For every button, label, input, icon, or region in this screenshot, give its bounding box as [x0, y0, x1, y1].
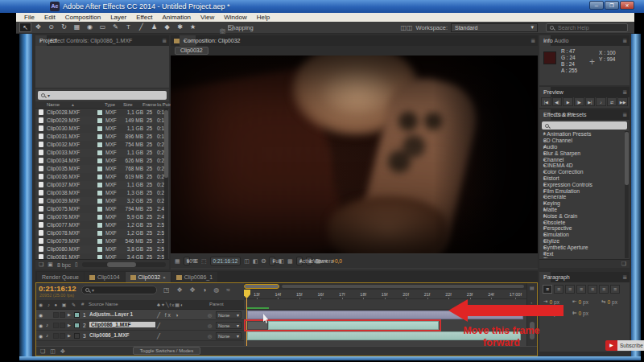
timeline-search-box[interactable]: ▾ [81, 286, 157, 294]
menu-item[interactable]: Composition [60, 14, 105, 21]
table-row[interactable]: Clip0030.MXF MXF 1,1 GB 25 0:18 [35, 125, 169, 133]
tool-button[interactable]: ↖ [19, 23, 31, 32]
menu-item[interactable]: Edit [39, 14, 60, 21]
project-scrollbar[interactable] [164, 109, 168, 259]
effects-category[interactable]: ▶ Generate [540, 194, 624, 200]
parent-pickwhip-icon[interactable]: ◎ [208, 323, 212, 328]
effects-category[interactable]: ▶ Text [540, 250, 624, 257]
show-snapshot-icon[interactable]: ◧ [253, 258, 258, 265]
menu-item[interactable]: Effect [131, 14, 157, 21]
effects-category[interactable]: ▶ 3D Channel [540, 138, 624, 144]
timeline-tab[interactable]: Render Queue × [37, 272, 84, 282]
indent-value[interactable]: 0 [607, 299, 610, 305]
effects-category[interactable]: ▶ Perspective [540, 225, 624, 232]
layer-switches[interactable]: ╱ fx ◑ [157, 312, 205, 319]
panel-menu-icon[interactable]: ≣ [530, 38, 538, 44]
table-row[interactable]: Clip0079.MXF MXF 546 MB 25 2:53 [35, 237, 169, 245]
lock-cell[interactable] [60, 323, 65, 328]
snapshot-icon[interactable]: ◫ [244, 258, 250, 265]
indent-value[interactable]: 0 [578, 311, 581, 316]
transport-button[interactable]: ▶ [563, 97, 573, 106]
tab-effect-controls[interactable]: Effect Controls: Clip0086_1.MXF [47, 35, 137, 46]
expand-inout-pane-icon[interactable]: ◫ [50, 348, 56, 355]
timeline-navigator-track[interactable] [282, 285, 524, 288]
panel-menu-icon[interactable]: ≣ [622, 274, 630, 281]
menu-item[interactable]: Layer [105, 14, 131, 21]
effects-category[interactable]: ▶ Time [540, 257, 624, 258]
motion-blur-icon[interactable]: ◍ [213, 286, 219, 294]
align-button[interactable]: ≡ [554, 285, 564, 294]
panel-menu-icon[interactable]: ≣ [622, 89, 630, 96]
effects-scrollbar[interactable] [625, 131, 629, 258]
workspace-select[interactable]: Standard ▾ [451, 23, 538, 32]
indent-field[interactable]: ⇇ 0 px [572, 310, 595, 316]
table-row[interactable]: Clip0076.MXF MXF 5,9 GB 25 2:49 [35, 213, 169, 221]
tab-project[interactable]: Project × [35, 35, 47, 46]
transport-button[interactable]: ⇄ [607, 97, 617, 106]
timeline-layer-row[interactable]: ◉ ▶ 1 Adjustm...Layer 1 ╱ fx ◑ ◎ None ▾ [36, 310, 244, 320]
table-row[interactable]: Clip0080.MXF MXF 3,8 GB 25 2:54 [35, 245, 169, 253]
time-ruler[interactable]: 13f14f15f16f17f18f19f20f21f22f23f24f17:0… [244, 290, 526, 299]
tab-preview[interactable]: Preview × [539, 87, 551, 97]
layer-name[interactable]: Adjustm...Layer 1 [89, 311, 155, 317]
indent-value[interactable]: 0 [578, 299, 581, 305]
tab-paragraph[interactable]: Paragraph × [539, 272, 551, 282]
tool-button[interactable]: ◉ [84, 23, 96, 32]
table-row[interactable]: Clip0032.MXF MXF 754 MB 25 0:20 [35, 141, 169, 149]
layer-name[interactable]: Clip0086_1.MXF [89, 332, 155, 338]
parent-pickwhip-icon[interactable]: ◎ [208, 312, 212, 318]
current-time-display[interactable]: 0:21:16:12 [39, 284, 76, 293]
effects-category[interactable]: ▶ Color Correction [540, 169, 624, 175]
effects-category[interactable]: ▶ Blur & Sharpen [540, 150, 624, 156]
effects-category[interactable]: ▶ Obsolete [540, 219, 624, 225]
table-row[interactable]: Clip0077.MXF MXF 1,2 GB 25 2:52 [35, 221, 169, 229]
draft-3d-icon[interactable]: ❖ [177, 286, 183, 294]
panel-menu-icon[interactable]: ≣ [622, 112, 630, 118]
menu-item[interactable]: Window [219, 14, 251, 21]
tab-effects-presets[interactable]: Effects & Presets × [539, 109, 551, 120]
table-row[interactable]: Clip0078.MXF MXF 1,2 GB 25 2:53 [35, 229, 169, 237]
transport-button[interactable]: |◀ [541, 97, 551, 106]
tool-button[interactable]: ▭ [97, 23, 109, 32]
parent-select[interactable]: None ▾ [216, 311, 242, 319]
parent-pickwhip-icon[interactable]: ◎ [208, 333, 212, 339]
horizontal-scrollbar[interactable] [82, 262, 166, 267]
timeline-navigator-handle[interactable] [244, 284, 279, 289]
audio-icon[interactable]: ♪ [46, 333, 48, 338]
maximize-button[interactable]: ❐ [605, 1, 619, 10]
table-row[interactable]: Clip0034.MXF MXF 626 MB 25 0:22 [35, 157, 169, 165]
timeline-tab[interactable]: Clip0086_1 × [171, 272, 217, 282]
tool-button[interactable]: ╱ [135, 23, 147, 32]
column-size[interactable]: Size [123, 102, 133, 107]
search-help-input[interactable] [556, 24, 622, 31]
effects-category[interactable]: ▶ Distort [540, 175, 624, 182]
solo-cell[interactable] [53, 312, 59, 318]
effects-category[interactable]: ▶ Keying [540, 200, 624, 207]
breadcrumb[interactable]: Clip0032 [175, 47, 208, 55]
parent-select[interactable]: None ▾ [216, 322, 242, 329]
scrollbar-thumb[interactable] [164, 110, 168, 178]
effects-category[interactable]: ▶ Stylize [540, 238, 624, 245]
solo-cell[interactable] [53, 333, 59, 339]
subscribe-button[interactable]: ▶ Subscribe [605, 340, 644, 351]
hide-shy-layers-icon[interactable]: ✥ [190, 286, 196, 294]
parent-select[interactable]: None ▾ [216, 332, 242, 339]
frame-blending-icon[interactable]: ◑ [202, 286, 206, 294]
effects-category[interactable]: ▶ Film Emulation [540, 187, 624, 194]
transport-button[interactable]: ▶| [585, 97, 596, 106]
table-row[interactable]: Clip0037.MXF MXF 1,1 GB 25 0:25 [35, 181, 169, 189]
transport-button[interactable]: |▶ [574, 97, 584, 106]
panel-menu-icon[interactable]: ≣ [162, 38, 169, 44]
resolution-select[interactable]: Full ▾ [269, 257, 275, 265]
align-button[interactable]: ≡ [543, 285, 552, 294]
eye-icon[interactable]: ◉ [39, 323, 43, 328]
align-button[interactable]: ≡ [588, 285, 597, 294]
composition-flowchart-icon[interactable]: ◳ [163, 286, 170, 294]
align-button[interactable]: ≡ [565, 285, 575, 294]
collapse-arrow-icon[interactable]: ▶ [68, 312, 71, 317]
transparency-grid-icon[interactable]: ▩ [287, 258, 293, 265]
effects-category[interactable]: ▶ CINEMA 4D [540, 162, 624, 169]
panel-menu-icon[interactable]: ≣ [622, 38, 630, 44]
trash-icon[interactable]: ▯ [75, 261, 78, 268]
effects-category[interactable]: ▶ * Animation Presets [540, 131, 624, 138]
